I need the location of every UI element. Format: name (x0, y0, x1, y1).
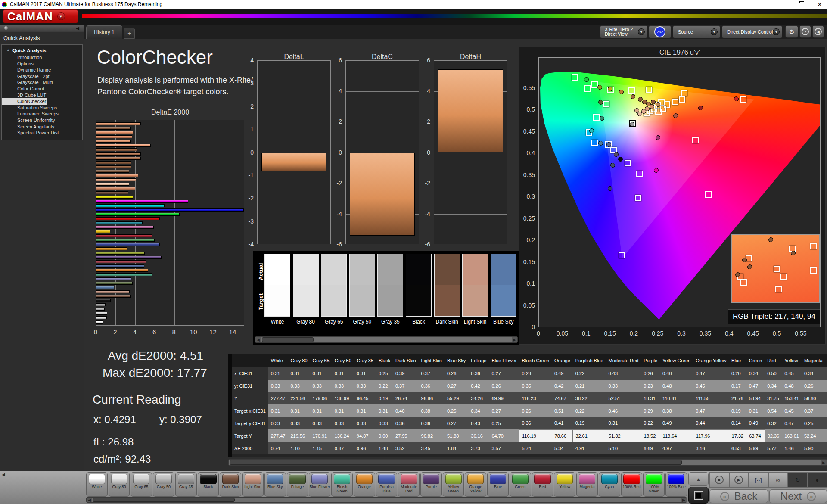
patch-button-gray-35[interactable]: Gray 35 (175, 472, 197, 497)
table-cell[interactable]: 0.26 (445, 367, 468, 380)
table-cell[interactable]: 153.41 (782, 392, 802, 404)
table-cell[interactable]: 0.34 (468, 404, 489, 417)
meter-dropdown[interactable]: X-Rite i1Pro 2Direct View ▼ (600, 25, 647, 38)
table-cell[interactable]: 0.34 (765, 380, 782, 392)
help-button[interactable]: ? (799, 25, 811, 38)
scrollbar-thumb[interactable] (230, 460, 682, 465)
scroll-right-icon[interactable]: ▶ (821, 460, 827, 465)
table-cell[interactable]: 0.21 (825, 404, 827, 417)
table-cell[interactable]: 0.27 (825, 417, 827, 429)
table-cell[interactable]: 69.99 (489, 392, 519, 404)
scroll-right-icon[interactable]: ▶ (681, 498, 687, 502)
table-cell[interactable]: 0.26 (641, 367, 660, 380)
sidebar-item-3d-cube-lut[interactable]: 3D Cube LUT (2, 92, 82, 99)
table-cell[interactable]: 277.47 (268, 429, 288, 442)
table-cell[interactable]: 1.10 (288, 442, 310, 454)
stop-pattern-button[interactable] (688, 487, 709, 504)
table-cell[interactable]: 0.45 (782, 367, 802, 380)
table-cell[interactable]: 0.31 (354, 404, 376, 417)
table-cell[interactable]: 0.22 (573, 404, 606, 417)
table-cell[interactable]: 0.35 (519, 380, 552, 392)
scroll-right-icon[interactable]: ▶ (512, 337, 517, 342)
table-cell[interactable]: 32.36 (765, 429, 782, 442)
table-cell[interactable]: 0.87 (332, 442, 354, 454)
table-cell[interactable]: 0.33 (354, 417, 376, 429)
table-cell[interactable]: 179.06 (310, 392, 332, 404)
table-cell[interactable]: 5.10 (606, 442, 641, 454)
table-cell[interactable]: 0.32 (765, 417, 782, 429)
table-cell[interactable]: 0.27 (489, 404, 519, 417)
patch-button-green[interactable]: Green (510, 472, 531, 497)
table-cell[interactable]: 0.33 (268, 417, 288, 429)
table-cell[interactable]: 0.22 (376, 380, 393, 392)
table-cell[interactable]: 0.50 (765, 367, 782, 380)
sidebar-item-screen-uniformity[interactable]: Screen Uniformity (2, 117, 82, 124)
table-cell[interactable]: 52.51 (606, 392, 641, 404)
patch-button-gray-50[interactable]: Gray 50 (153, 472, 174, 497)
table-cell[interactable]: 0.36 (519, 417, 552, 429)
table-cell[interactable]: 118.64 (660, 429, 693, 442)
table-cell[interactable]: 0.31 (288, 367, 310, 380)
table-cell[interactable]: 0.37 (393, 380, 419, 392)
table-cell[interactable]: 18.52 (641, 429, 660, 442)
patch-button-bluish-green[interactable]: Bluish Green (331, 472, 353, 497)
stop-button[interactable]: ■ (709, 472, 729, 488)
table-cell[interactable]: 0.39 (393, 367, 419, 380)
table-cell[interactable]: 0.29 (641, 404, 660, 417)
table-cell[interactable]: 0.42 (468, 380, 489, 392)
record-dot-icon[interactable] (4, 26, 8, 30)
table-cell[interactable]: 4.91 (573, 442, 606, 454)
table-cell[interactable]: 0.34 (802, 367, 825, 380)
table-cell[interactable]: 4.97 (660, 442, 693, 454)
table-cell[interactable]: 0.40 (660, 367, 693, 380)
add-tab-button[interactable]: + (124, 28, 135, 39)
sidebar-item-grayscale-2pt[interactable]: Grayscale - 2pt (2, 73, 82, 80)
display-control-dropdown[interactable]: Direct Display Control ▼ (722, 25, 782, 38)
table-cell[interactable]: 96.82 (419, 429, 445, 442)
table-cell[interactable]: 0.46 (606, 404, 641, 417)
table-cell[interactable]: 0.31 (606, 417, 641, 429)
table-cell[interactable]: 0.43 (606, 367, 641, 380)
table-cell[interactable]: 0.54 (765, 404, 782, 417)
play-button[interactable]: ▶ (729, 472, 749, 488)
table-cell[interactable]: 0.40 (393, 404, 419, 417)
settings-button[interactable]: ⚙ (785, 25, 798, 38)
table-cell[interactable]: 0.36 (419, 417, 445, 429)
table-scrollbar[interactable]: ▶ (228, 459, 827, 466)
patch-button-blue-flower[interactable]: Blue Flower (309, 472, 330, 497)
table-cell[interactable]: 0.22 (641, 417, 660, 429)
table-cell[interactable]: 0.31 (746, 404, 765, 417)
table-cell[interactable]: 0.31 (268, 404, 288, 417)
table-cell[interactable]: 0.00 (376, 429, 393, 442)
table-cell[interactable]: 0.33 (332, 380, 354, 392)
sidebar-item-screen-angularity[interactable]: Screen Angularity (2, 124, 82, 130)
table-cell[interactable]: 0.47 (746, 380, 765, 392)
table-cell[interactable]: 6.53 (729, 442, 746, 454)
table-cell[interactable]: 74.67 (552, 392, 573, 404)
table-cell[interactable]: 1.15 (310, 442, 332, 454)
table-cell[interactable]: 0.48 (782, 380, 802, 392)
tab-history-1[interactable]: History 1 (86, 25, 122, 39)
table-cell[interactable]: 0.33 (354, 380, 376, 392)
minimize-icon[interactable]: — (776, 0, 784, 8)
table-cell[interactable]: 94.87 (354, 429, 376, 442)
table-cell[interactable]: 0.27 (489, 367, 519, 380)
table-cell[interactable]: 0.33 (288, 380, 310, 392)
patch-button-100-green[interactable]: 100% Green (643, 472, 665, 497)
patch-button-purplish-blue[interactable]: Purplish Blue (376, 472, 398, 497)
table-cell[interactable]: 0.20 (729, 367, 746, 380)
patch-button-yellow-green[interactable]: Yellow Green (443, 472, 464, 497)
table-cell[interactable]: 0.27 (825, 380, 827, 392)
table-cell[interactable]: 64.70 (489, 429, 519, 442)
table-cell[interactable]: 53.88 (825, 429, 827, 442)
table-cell[interactable]: 0.36 (419, 380, 445, 392)
table-cell[interactable]: 0.31 (354, 367, 376, 380)
table-cell[interactable]: 0.44 (693, 417, 729, 429)
table-cell[interactable]: 0.33 (288, 417, 310, 429)
table-cell[interactable]: 0.26 (489, 380, 519, 392)
table-cell[interactable]: 0.23 (825, 367, 827, 380)
table-cell[interactable]: 163.61 (782, 429, 802, 442)
table-cell[interactable]: 3.57 (489, 442, 519, 454)
patch-button-100-blue[interactable]: 100% Blue (665, 472, 687, 497)
table-cell[interactable]: 1.48 (376, 442, 393, 454)
